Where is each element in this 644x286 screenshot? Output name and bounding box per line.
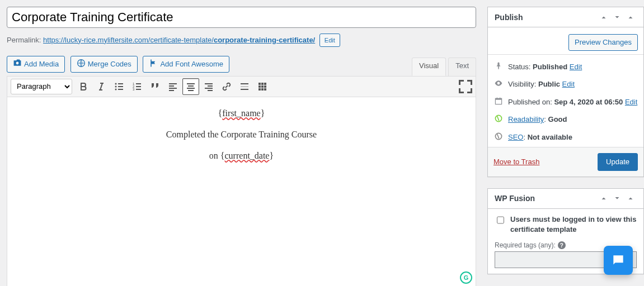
svg-point-1 (115, 83, 117, 84)
svg-rect-18 (188, 85, 194, 87)
login-required-checkbox[interactable] (497, 216, 504, 225)
panel-down-icon[interactable] (611, 11, 623, 23)
visibility-row: Visibility: Public Edit (508, 78, 575, 90)
grammarly-icon[interactable]: G (460, 271, 472, 284)
seo-link[interactable]: SEO (508, 133, 523, 141)
svg-rect-14 (169, 85, 174, 87)
svg-point-2 (115, 85, 117, 87)
italic-button[interactable] (93, 78, 110, 95)
svg-rect-22 (208, 85, 213, 87)
svg-rect-12 (136, 89, 141, 90)
edit-status-link[interactable]: Edit (570, 63, 582, 71)
readability-row: Readability: Good (508, 113, 567, 126)
link-button[interactable] (218, 78, 235, 95)
distraction-free-button[interactable] (457, 78, 474, 95)
svg-rect-10 (136, 83, 141, 84)
pin-icon (493, 61, 504, 70)
flag-icon (149, 59, 158, 69)
svg-rect-11 (136, 86, 141, 87)
panel-up-icon[interactable] (598, 192, 610, 204)
svg-rect-31 (258, 85, 261, 88)
publish-title: Publish (495, 13, 596, 22)
svg-rect-38 (495, 98, 501, 99)
panel-toggle-icon[interactable] (624, 192, 637, 204)
camera-music-icon (13, 59, 22, 69)
read-more-button[interactable] (236, 78, 253, 95)
svg-rect-19 (187, 88, 195, 89)
merge-codes-button[interactable]: Merge Codes (70, 56, 138, 73)
calendar-icon (493, 97, 504, 106)
svg-rect-6 (118, 89, 123, 90)
toolbar-toggle-button[interactable] (254, 78, 271, 95)
post-title-input[interactable] (7, 7, 476, 28)
svg-rect-32 (261, 85, 264, 88)
bullet-list-button[interactable] (111, 78, 128, 95)
tab-visual[interactable]: Visual (412, 58, 446, 76)
edit-date-link[interactable]: Edit (625, 98, 637, 106)
permalink-link[interactable]: https://lucky-rice.myliftersite.com/cert… (43, 36, 315, 44)
bold-button[interactable] (75, 78, 92, 95)
editor-content[interactable]: {first_name} Completed the Corporate Tra… (7, 97, 476, 286)
svg-rect-40 (500, 97, 500, 98)
yoast-readability-icon (493, 114, 504, 123)
tab-text[interactable]: Text (448, 58, 476, 76)
merge-codes-label: Merge Codes (88, 60, 131, 68)
svg-rect-34 (258, 88, 261, 90)
svg-rect-16 (169, 90, 174, 91)
numbered-list-button[interactable]: 123 (129, 78, 145, 95)
align-left-button[interactable] (164, 78, 181, 95)
eye-icon (493, 79, 504, 88)
align-center-button[interactable] (182, 78, 199, 95)
globe-icon (77, 59, 86, 69)
format-select[interactable]: Paragraph (11, 79, 72, 94)
login-required-label: Users must be logged in to view this cer… (510, 214, 637, 235)
svg-rect-26 (241, 86, 248, 87)
svg-rect-21 (205, 83, 213, 84)
move-to-trash-link[interactable]: Move to Trash (493, 158, 598, 166)
svg-rect-27 (241, 89, 248, 90)
svg-rect-20 (188, 90, 194, 91)
panel-toggle-icon[interactable] (624, 11, 637, 23)
svg-rect-35 (261, 88, 264, 90)
update-button[interactable]: Update (598, 153, 638, 171)
edit-slug-button[interactable]: Edit (319, 34, 340, 47)
readability-link[interactable]: Readability (508, 115, 544, 123)
font-awesome-button[interactable]: Add Font Awesome (143, 56, 229, 73)
published-row: Published on: Sep 4, 2020 at 06:50 Edit (508, 96, 637, 108)
help-icon[interactable]: ? (558, 241, 566, 249)
svg-rect-33 (264, 85, 266, 88)
publish-box: Publish Preview Changes Status: Publishe… (487, 7, 644, 177)
permalink-label: Permalink: (7, 36, 41, 44)
svg-rect-23 (205, 88, 213, 89)
content-line-2: Completed the Corporate Training Course (13, 130, 470, 140)
content-line-1: {first_name} (13, 108, 470, 118)
seo-row: SEO: Not available (508, 131, 572, 144)
blockquote-button[interactable] (147, 78, 163, 95)
panel-up-icon[interactable] (598, 11, 610, 23)
editor-toolbar: Paragraph 123 (7, 77, 476, 97)
editor-box: Paragraph 123 {first_name} Completed the… (7, 76, 476, 286)
wpfusion-title: WP Fusion (495, 194, 596, 203)
svg-rect-5 (118, 86, 123, 87)
svg-rect-15 (169, 88, 177, 89)
content-line-3: on {current_date} (13, 151, 470, 161)
panel-down-icon[interactable] (611, 192, 623, 204)
svg-rect-30 (264, 83, 266, 85)
svg-rect-24 (208, 90, 213, 91)
preview-changes-button[interactable]: Preview Changes (568, 34, 638, 51)
align-right-button[interactable] (200, 78, 217, 95)
media-buttons: Add Media Merge Codes Add Font Awesome (7, 53, 410, 76)
chat-widget-button[interactable] (604, 246, 633, 275)
add-media-button[interactable]: Add Media (7, 56, 65, 73)
edit-visibility-link[interactable]: Edit (562, 80, 575, 88)
svg-point-3 (115, 88, 117, 90)
add-media-label: Add Media (24, 60, 59, 68)
svg-rect-17 (187, 83, 195, 84)
svg-rect-28 (258, 83, 261, 85)
status-row: Status: Published Edit (508, 60, 582, 73)
svg-rect-39 (497, 97, 497, 98)
editor-tabs: Visual Text (410, 58, 476, 76)
yoast-seo-icon (493, 132, 504, 141)
permalink-row: Permalink: https://lucky-rice.myliftersi… (7, 28, 476, 53)
svg-rect-13 (169, 83, 177, 84)
